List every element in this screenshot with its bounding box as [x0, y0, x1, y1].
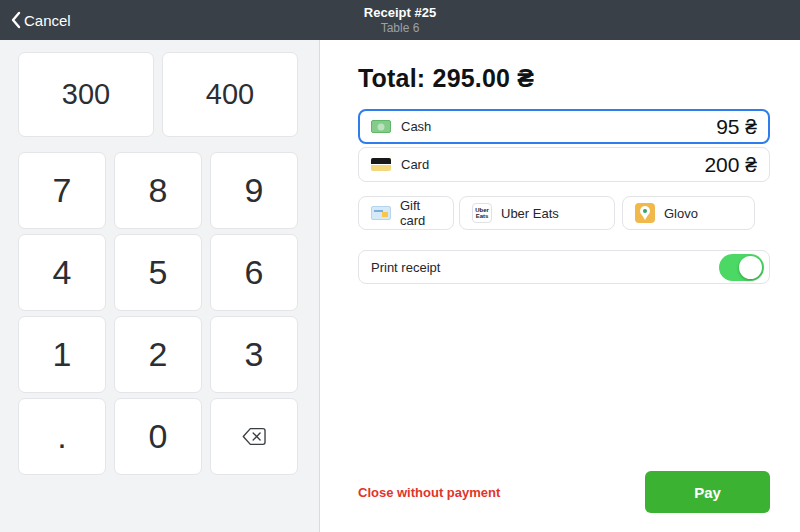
- key-4[interactable]: 4: [18, 234, 106, 311]
- close-without-payment-link[interactable]: Close without payment: [358, 485, 500, 500]
- cash-label: Cash: [401, 119, 431, 134]
- alt-payment-methods-row: Gift card Uber Eats Uber Eats Glovo: [358, 196, 770, 230]
- key-9[interactable]: 9: [210, 152, 298, 229]
- key-2[interactable]: 2: [114, 316, 202, 393]
- quick-amount-400[interactable]: 400: [162, 52, 298, 137]
- backspace-key[interactable]: [210, 398, 298, 475]
- print-receipt-label: Print receipt: [371, 260, 440, 275]
- table-subtitle: Table 6: [364, 22, 436, 34]
- quick-amounts-row: 300 400: [18, 52, 298, 137]
- key-8[interactable]: 8: [114, 152, 202, 229]
- glovo-button[interactable]: Glovo: [622, 196, 755, 230]
- backspace-left-icon: [240, 426, 268, 447]
- card-label: Card: [401, 157, 429, 172]
- card-amount: 200 ₴: [704, 153, 757, 177]
- key-3[interactable]: 3: [210, 316, 298, 393]
- cancel-button[interactable]: Cancel: [10, 0, 71, 40]
- uber-eats-button[interactable]: Uber Eats Uber Eats: [459, 196, 615, 230]
- key-7[interactable]: 7: [18, 152, 106, 229]
- total-amount: Total: 295.00 ₴: [358, 64, 770, 93]
- print-receipt-toggle[interactable]: [719, 254, 764, 281]
- pos-payment-screen: Cancel Receipt #25 Table 6 300 400 7 8 9…: [0, 0, 800, 532]
- payment-method-cash[interactable]: Cash 95 ₴: [358, 109, 770, 144]
- gift-card-icon: [371, 206, 391, 220]
- pay-button[interactable]: Pay: [645, 471, 770, 513]
- receipt-title-block: Receipt #25 Table 6: [364, 6, 436, 34]
- key-decimal[interactable]: .: [18, 398, 106, 475]
- gift-card-button[interactable]: Gift card: [358, 196, 454, 230]
- numpad-keys: 7 8 9 4 5 6 1 2 3 . 0: [18, 152, 298, 475]
- cash-banknote-icon: [371, 120, 391, 133]
- quick-amount-300[interactable]: 300: [18, 52, 154, 137]
- top-bar: Cancel Receipt #25 Table 6: [0, 0, 800, 40]
- key-1[interactable]: 1: [18, 316, 106, 393]
- toggle-knob: [739, 256, 762, 279]
- gift-card-label: Gift card: [400, 198, 441, 228]
- uber-logo-text-bottom: Eats: [476, 213, 489, 219]
- receipt-title: Receipt #25: [364, 6, 436, 19]
- back-chevron-icon: [10, 11, 21, 29]
- uber-eats-label: Uber Eats: [501, 206, 559, 221]
- credit-card-icon: [371, 158, 391, 171]
- glovo-logo-icon: [635, 203, 655, 223]
- key-0[interactable]: 0: [114, 398, 202, 475]
- footer-actions: Close without payment Pay: [358, 471, 770, 513]
- key-5[interactable]: 5: [114, 234, 202, 311]
- payment-panel: Total: 295.00 ₴ Cash 95 ₴ Card 200 ₴ Gif…: [320, 40, 800, 532]
- numpad-panel: 300 400 7 8 9 4 5 6 1 2 3 . 0: [0, 40, 320, 532]
- uber-eats-logo-icon: Uber Eats: [472, 203, 492, 223]
- cancel-label: Cancel: [24, 12, 71, 29]
- glovo-label: Glovo: [664, 206, 698, 221]
- cash-amount: 95 ₴: [716, 115, 757, 139]
- key-6[interactable]: 6: [210, 234, 298, 311]
- payment-method-card[interactable]: Card 200 ₴: [358, 147, 770, 182]
- print-receipt-row: Print receipt: [358, 250, 770, 284]
